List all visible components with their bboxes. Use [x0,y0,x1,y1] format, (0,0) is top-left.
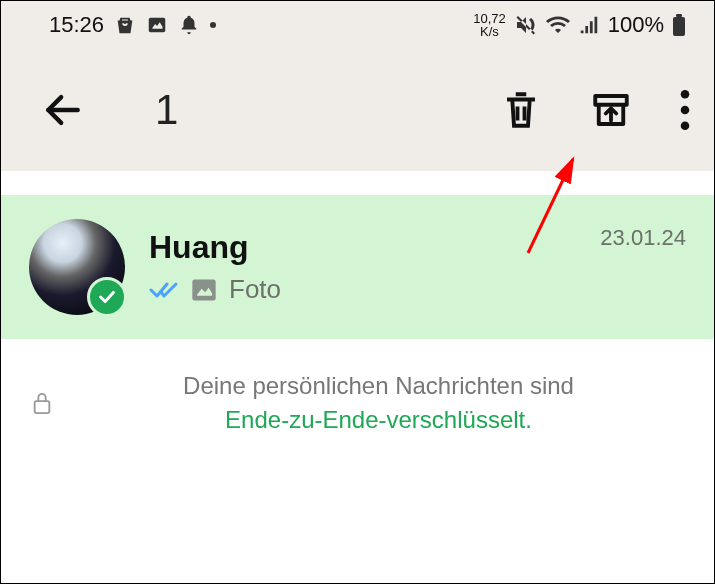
avatar-wrap [29,219,125,315]
unarchive-button[interactable] [590,89,632,131]
more-button[interactable] [680,90,690,130]
svg-rect-0 [149,18,166,33]
delete-button[interactable] [500,89,542,131]
back-button[interactable] [41,88,85,132]
status-battery-percent: 100% [608,12,664,38]
svg-rect-2 [676,14,682,17]
svg-rect-1 [673,17,685,36]
lock-icon [31,390,53,416]
read-doublecheck-icon [149,280,179,300]
mute-icon [514,13,538,37]
encryption-notice: Deine persönlichen Nachrichten sind Ende… [1,339,714,436]
selection-toolbar: 1 [1,49,714,171]
svg-point-8 [681,106,690,115]
chat-preview-label: Foto [229,274,281,305]
chat-name: Huang [149,229,576,266]
chat-row[interactable]: Huang Foto 23.01.24 [1,195,714,339]
svg-rect-10 [192,279,215,300]
chat-info: Huang Foto [149,229,576,305]
selected-check-icon [87,277,127,317]
wifi-icon [546,13,570,37]
status-bar: 15:26 10,72 K/s 100% [1,1,714,49]
encryption-text: Deine persönlichen Nachrichten sind [183,372,574,399]
dot-icon [210,22,216,28]
battery-icon [672,14,686,36]
chat-preview: Foto [149,274,576,305]
image-icon [146,14,168,36]
shopping-bag-icon [114,14,136,36]
svg-point-7 [681,90,690,99]
encryption-link[interactable]: Ende-zu-Ende-verschlüsselt [225,406,525,433]
status-time: 15:26 [49,12,104,38]
svg-point-9 [681,121,690,130]
status-speed: 10,72 K/s [473,12,506,38]
selected-count: 1 [155,86,450,134]
bell-icon [178,14,200,36]
svg-rect-6 [595,96,627,105]
chat-date: 23.01.24 [600,225,686,251]
svg-rect-11 [35,401,50,413]
signal-icon [578,14,600,36]
photo-thumb-icon [189,276,219,304]
